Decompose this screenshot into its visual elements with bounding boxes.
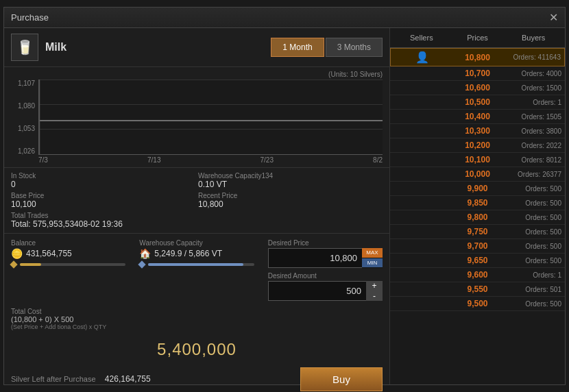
balance-value: 431,564,755 — [26, 249, 72, 258]
price-input-group: MAX MIN — [268, 248, 383, 268]
three-months-button[interactable]: 3 Months — [326, 38, 383, 57]
price-row[interactable]: 9,600Orders: 1 — [390, 268, 565, 282]
coin-icon: 🪙 — [11, 248, 23, 259]
price-row[interactable]: 10,400Orders: 1505 — [390, 110, 565, 124]
balance-warehouse-row: Balance 🪙 431,564,755 W — [11, 239, 383, 301]
min-button[interactable]: MIN — [362, 258, 383, 269]
warehouse-row: 🏠 5,249.9 / 5,866 VT — [139, 248, 254, 259]
warehouse-value: 5,249.9 / 5,866 VT — [154, 249, 222, 258]
price-row[interactable]: 9,700Orders: 500 — [390, 239, 565, 254]
seller-person-icon: 👤 — [415, 51, 429, 63]
x-label-2: 7/13 — [147, 156, 160, 164]
price-cell: 10,200 — [450, 140, 506, 150]
price-row[interactable]: 10,700Orders: 4000 — [390, 66, 565, 81]
balance-group: Balance 🪙 431,564,755 — [11, 239, 125, 301]
price-row[interactable]: 10,200Orders: 2022 — [390, 138, 565, 153]
left-panel: 🥛 Milk 1 Month 3 Months (Units: 10 Silve… — [4, 28, 390, 384]
price-cell: 9,850 — [450, 198, 506, 208]
price-cell: 10,000 — [450, 169, 506, 179]
price-cell: 9,750 — [450, 227, 506, 236]
chart-area — [38, 79, 383, 155]
desired-amount-input[interactable] — [268, 281, 383, 301]
right-panel: Sellers Prices Buyers 👤10,800Orders: 411… — [390, 28, 565, 384]
close-button[interactable]: ✕ — [549, 12, 558, 23]
in-stock-value: 0 — [11, 180, 195, 189]
base-price-label: Base Price — [11, 192, 195, 199]
buyer-cell: Orders: 411643 — [505, 53, 561, 61]
price-row[interactable]: 10,500Orders: 1 — [390, 95, 565, 110]
buyer-cell: Orders: 500 — [505, 185, 561, 193]
price-row[interactable]: 10,100Orders: 8012 — [390, 153, 565, 167]
buyer-cell: Orders: 500 — [505, 214, 561, 221]
warehouse-capacity-label: Warehouse Capacity134 — [198, 172, 383, 180]
item-icon-glyph: 🥛 — [16, 39, 34, 56]
modal-header: Purchase ✕ — [4, 8, 565, 28]
price-row[interactable]: 9,550Orders: 501 — [390, 282, 565, 297]
buyer-cell: Orders: 500 — [505, 243, 561, 250]
buyer-cell: Orders: 26377 — [505, 171, 561, 178]
total-trades-stat: Total Trades Total: 575,953,53408-02 19:… — [11, 212, 383, 229]
minus-button[interactable]: - — [366, 291, 383, 302]
buyer-cell: Orders: 1500 — [505, 84, 561, 92]
desired-price-group: Desired Price MAX MIN Desired Amount — [268, 239, 383, 301]
warehouse-slider-track[interactable] — [148, 263, 254, 266]
plus-button[interactable]: + — [366, 281, 383, 291]
chart-y-labels: 1,107 1,080 1,053 1,026 — [11, 79, 38, 155]
price-row[interactable]: 10,000Orders: 26377 — [390, 167, 565, 182]
price-row[interactable]: 9,650Orders: 500 — [390, 254, 565, 268]
chart-x-labels: 7/3 7/13 7/23 8/2 — [11, 156, 383, 164]
amount-input-group: + - — [268, 281, 383, 301]
price-row[interactable]: 9,800Orders: 500 — [390, 210, 565, 225]
recent-price-stat: Recent Price 10,800 — [198, 192, 383, 209]
slider-fill — [20, 263, 41, 266]
price-row[interactable]: 9,750Orders: 500 — [390, 225, 565, 239]
slider-track[interactable] — [20, 263, 125, 266]
total-trades-value: Total: 575,953,53408-02 19:36 — [11, 219, 383, 229]
buyer-cell: Orders: 500 — [505, 228, 561, 236]
price-cell: 10,700 — [450, 69, 506, 78]
price-cell: 9,550 — [450, 284, 506, 294]
silver-left-value: 426,164,755 — [105, 374, 151, 384]
warehouse-slider-fill — [148, 263, 243, 266]
time-buttons: 1 Month 3 Months — [271, 38, 383, 57]
price-cell: 10,500 — [450, 97, 506, 107]
sellers-header: Sellers — [394, 34, 450, 42]
cost-note: (Set Price + Add tiona Cost) x QTY — [11, 323, 383, 330]
price-row[interactable]: 9,900Orders: 500 — [390, 182, 565, 196]
price-row[interactable]: 9,850Orders: 500 — [390, 196, 565, 210]
price-row[interactable]: 👤10,800Orders: 411643 — [390, 48, 565, 66]
purchase-modal: Purchase ✕ 🥛 Milk 1 Month 3 Months (Unit… — [3, 7, 566, 385]
buyers-header: Buyers — [505, 34, 561, 42]
price-row[interactable]: 9,500Orders: 500 — [390, 297, 565, 311]
right-panel-header: Sellers Prices Buyers — [390, 28, 565, 48]
one-month-button[interactable]: 1 Month — [271, 38, 324, 57]
buyer-cell: Orders: 501 — [505, 286, 561, 293]
buy-button[interactable]: Buy — [300, 367, 383, 391]
warehouse-capacity-value: 0.10 VT — [198, 180, 383, 189]
max-button[interactable]: MAX — [362, 248, 383, 258]
warehouse-capacity-stat: Warehouse Capacity134 0.10 VT — [198, 172, 383, 189]
bottom-row: Silver Left after Purchase 426,164,755 B… — [11, 366, 383, 391]
price-row[interactable]: 10,600Orders: 1500 — [390, 81, 565, 95]
price-cell: 9,900 — [450, 184, 506, 193]
prices-header: Prices — [450, 34, 506, 42]
slider-diamond — [10, 260, 17, 268]
buyer-cell: Orders: 8012 — [505, 156, 561, 164]
warehouse-slider — [139, 262, 254, 267]
price-row[interactable]: 10,300Orders: 3800 — [390, 124, 565, 138]
plus-minus-buttons: + - — [366, 281, 383, 301]
x-label-4: 8/2 — [373, 156, 383, 164]
price-cell: 9,600 — [450, 270, 506, 280]
chart-container: 1,107 1,080 1,053 1,026 — [11, 79, 383, 155]
max-min-buttons: MAX MIN — [362, 248, 383, 268]
total-trades-label: Total Trades — [11, 212, 383, 219]
item-name: Milk — [45, 41, 264, 53]
base-price-stat: Base Price 10,100 — [11, 192, 195, 209]
modal-body: 🥛 Milk 1 Month 3 Months (Units: 10 Silve… — [4, 28, 565, 384]
warehouse-icon: 🏠 — [139, 248, 151, 259]
x-label-1: 7/3 — [38, 156, 48, 164]
y-label-3: 1,053 — [11, 125, 35, 132]
x-label-3: 7/23 — [261, 156, 274, 164]
purchase-form: Balance 🪙 431,564,755 W — [4, 234, 389, 392]
desired-amount-label: Desired Amount — [268, 272, 383, 280]
